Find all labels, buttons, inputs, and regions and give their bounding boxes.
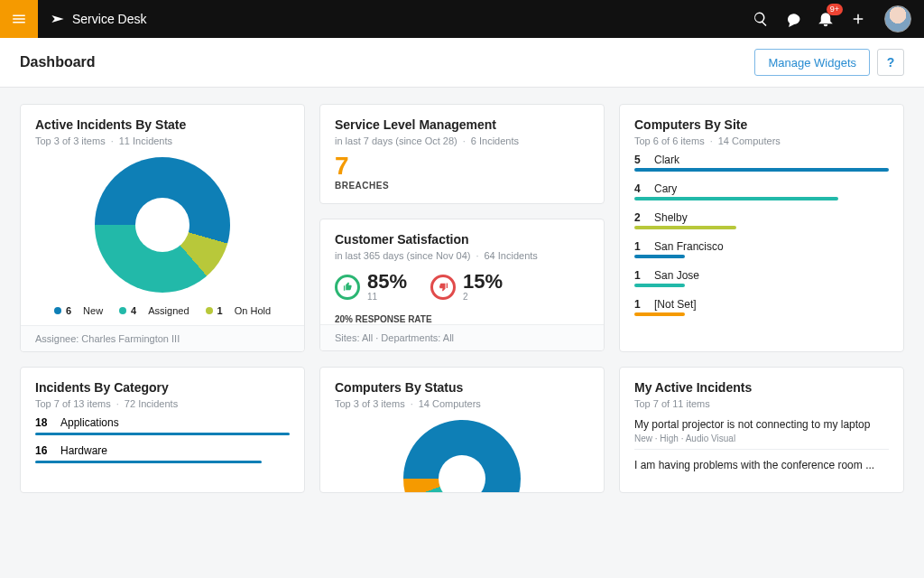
chart-legend: 6 New 4 Assigned 1 On Hold	[35, 300, 290, 325]
brand-icon	[51, 12, 65, 26]
card-title: My Active Incidents	[634, 380, 889, 395]
card-subtext: Top 7 of 13 items72 Incidents	[35, 398, 290, 409]
donut-chart[interactable]	[95, 157, 230, 293]
middle-column: Service Level Management in last 7 days …	[319, 104, 605, 352]
card-subtext: Top 7 of 11 items	[634, 398, 889, 409]
thumbs-down-icon	[430, 275, 456, 300]
site-row[interactable]: 1San Jose	[634, 262, 889, 284]
page-header: Dashboard Manage Widgets ?	[0, 38, 924, 88]
legend-item[interactable]: 4 Assigned	[119, 305, 189, 316]
add-button[interactable]	[843, 4, 873, 34]
top-bar: Service Desk 9+	[0, 0, 924, 38]
card-title: Service Level Management	[335, 117, 589, 132]
card-active-incidents-by-state: Active Incidents By State Top 3 of 3 ite…	[20, 104, 305, 352]
card-my-active-incidents: My Active Incidents Top 7 of 11 items My…	[619, 367, 904, 493]
card-computers-by-status: Computers By Status Top 3 of 3 items14 C…	[319, 367, 605, 493]
swatch-icon	[119, 307, 126, 314]
site-row[interactable]: 2Shelby	[634, 204, 889, 226]
site-row[interactable]: 1[Not Set]	[634, 291, 889, 312]
site-row[interactable]: 4Cary	[634, 175, 889, 197]
plus-icon	[850, 11, 866, 27]
card-incidents-by-category: Incidents By Category Top 7 of 13 items7…	[20, 367, 305, 493]
site-bar	[634, 312, 685, 316]
app-name: Service Desk	[72, 12, 146, 26]
card-title: Computers By Site	[634, 117, 889, 132]
card-footer: Sites: All · Departments: All	[320, 324, 604, 350]
card-subtext: in last 7 days (since Oct 28)6 Incidents	[335, 135, 589, 146]
incident-item[interactable]: My portal projector is not connecting to…	[634, 409, 889, 450]
chat-icon	[785, 11, 801, 27]
legend-item[interactable]: 6 New	[54, 305, 103, 316]
notification-badge: 9+	[827, 4, 843, 15]
chat-button[interactable]	[778, 4, 808, 34]
card-title: Incidents By Category	[35, 380, 290, 395]
user-avatar[interactable]	[884, 5, 911, 33]
brand: Service Desk	[38, 12, 159, 26]
notifications-button[interactable]: 9+	[810, 4, 841, 34]
response-rate: 20% RESPONSE RATE	[335, 314, 589, 324]
hamburger-icon	[11, 11, 27, 27]
incident-item[interactable]: I am having problems with the conference…	[634, 450, 889, 480]
card-service-level-management: Service Level Management in last 7 days …	[319, 104, 605, 204]
legend-item[interactable]: 1 On Hold	[206, 305, 272, 316]
csat-negative: 15%2	[430, 272, 503, 302]
card-computers-by-site: Computers By Site Top 6 of 6 items14 Com…	[619, 104, 904, 352]
card-footer: Assignee: Charles Farmington III	[21, 325, 304, 351]
page-title: Dashboard	[20, 54, 96, 70]
breach-count: 7	[335, 154, 589, 179]
site-row[interactable]: 5Clark	[634, 146, 889, 168]
site-bar	[634, 284, 685, 287]
site-bar	[634, 168, 889, 172]
svg-point-2	[796, 18, 798, 20]
card-subtext: Top 6 of 6 items14 Computers	[634, 135, 889, 146]
top-actions: 9+	[745, 4, 924, 34]
swatch-icon	[206, 307, 213, 314]
category-row[interactable]: 18Applications	[35, 409, 290, 437]
swatch-icon	[54, 307, 61, 314]
svg-point-0	[790, 18, 792, 20]
donut-chart[interactable]	[403, 420, 521, 493]
card-title: Active Incidents By State	[35, 117, 290, 132]
site-bar	[634, 197, 838, 200]
manage-widgets-button[interactable]: Manage Widgets	[754, 49, 870, 76]
site-bar	[634, 255, 685, 258]
site-bar	[634, 226, 736, 229]
menu-button[interactable]	[0, 0, 38, 38]
site-row[interactable]: 1San Francisco	[634, 233, 889, 255]
card-customer-satisfaction: Customer Satisfaction in last 365 days (…	[319, 219, 605, 351]
svg-point-1	[793, 18, 795, 20]
search-icon	[753, 11, 769, 27]
search-button[interactable]	[745, 4, 776, 34]
card-title: Computers By Status	[335, 380, 589, 395]
breach-label: BREACHES	[335, 181, 589, 191]
help-button[interactable]: ?	[877, 49, 904, 76]
card-title: Customer Satisfaction	[335, 232, 589, 247]
csat-positive: 85%11	[335, 272, 407, 302]
card-subtext: in last 365 days (since Nov 04)64 Incide…	[335, 250, 589, 261]
category-row[interactable]: 16Hardware	[35, 437, 290, 465]
card-subtext: Top 3 of 3 items11 Incidents	[35, 135, 290, 146]
card-subtext: Top 3 of 3 items14 Computers	[335, 398, 589, 409]
dashboard-grid: Active Incidents By State Top 3 of 3 ite…	[0, 88, 924, 578]
thumbs-up-icon	[335, 275, 360, 300]
